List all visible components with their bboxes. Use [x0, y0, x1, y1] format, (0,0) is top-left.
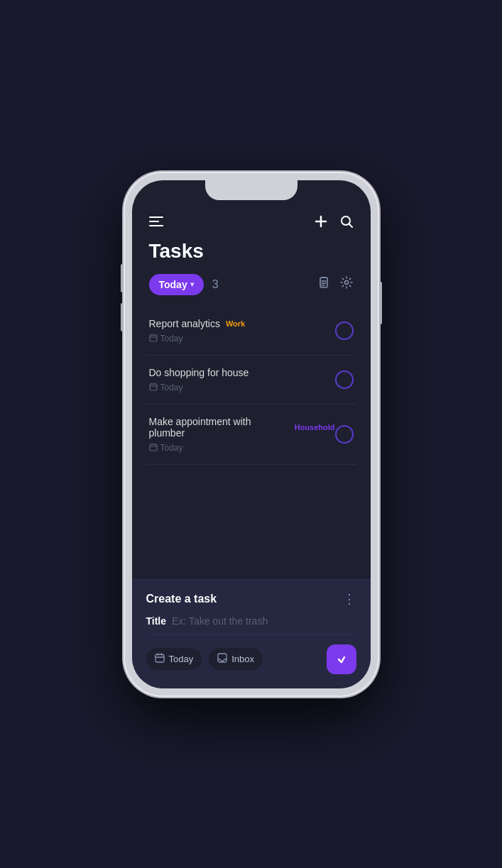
svg-rect-13	[150, 384, 157, 390]
task-date-row: Today	[149, 443, 335, 453]
settings-icon[interactable]	[339, 275, 354, 293]
today-filter-button[interactable]: Today ▾	[149, 274, 204, 295]
svg-rect-4	[320, 278, 327, 287]
phone-screen: Tasks Today ▾ 3	[132, 180, 371, 688]
calendar-icon	[149, 443, 158, 453]
task-complete-button[interactable]	[335, 425, 354, 444]
task-date: Today	[160, 334, 183, 344]
svg-line-3	[349, 224, 352, 227]
svg-rect-21	[155, 654, 164, 662]
task-count: 3	[212, 278, 219, 291]
task-complete-button[interactable]	[335, 370, 354, 389]
task-info: Report analytics Work	[149, 318, 335, 344]
filter-left: Today ▾ 3	[149, 274, 219, 295]
power-button	[379, 282, 382, 324]
inbox-chip-icon	[217, 653, 227, 665]
task-date: Today	[160, 383, 183, 392]
add-button[interactable]	[314, 214, 328, 229]
task-tag: Work	[226, 319, 245, 329]
task-complete-button[interactable]	[335, 322, 354, 340]
svg-rect-9	[150, 335, 157, 341]
search-button[interactable]	[339, 214, 354, 229]
task-title: Make appointment with plumber	[149, 416, 289, 439]
create-panel-title: Create a task	[146, 593, 217, 605]
title-label: Title	[146, 615, 167, 627]
create-panel-header: Create a task ⋮	[146, 591, 356, 607]
task-title: Do shopping for house	[149, 367, 249, 378]
clipboard-icon[interactable]	[317, 275, 331, 293]
app-container: Tasks Today ▾ 3	[132, 180, 371, 688]
filter-right	[317, 275, 354, 293]
page-title: Tasks	[132, 234, 371, 274]
create-title-row: Title Ex: Take out the trash	[146, 615, 356, 634]
table-row: Report analytics Work	[146, 307, 356, 356]
header-right	[314, 214, 354, 229]
task-info: Do shopping for house	[149, 367, 335, 392]
today-label: Today	[159, 279, 187, 290]
task-title-row: Do shopping for house	[149, 367, 335, 378]
calendar-chip-icon	[155, 653, 165, 665]
notch	[205, 180, 298, 200]
task-title-row: Make appointment with plumber Household	[149, 416, 335, 439]
task-date-row: Today	[149, 334, 335, 344]
calendar-icon	[149, 383, 158, 392]
more-options-icon[interactable]: ⋮	[343, 591, 356, 607]
inbox-chip[interactable]: Inbox	[209, 648, 263, 670]
filter-bar: Today ▾ 3	[132, 274, 371, 307]
title-placeholder[interactable]: Ex: Take out the trash	[172, 615, 268, 627]
phone-wrapper: Tasks Today ▾ 3	[124, 172, 379, 697]
chevron-down-icon: ▾	[190, 280, 194, 288]
date-chip[interactable]: Today	[146, 648, 202, 670]
inbox-chip-label: Inbox	[231, 654, 254, 664]
task-date-row: Today	[149, 383, 335, 392]
tasks-list: Report analytics Work	[132, 307, 371, 579]
svg-rect-17	[150, 444, 157, 451]
create-panel: Create a task ⋮ Title Ex: Take out the t…	[132, 579, 371, 688]
task-tag: Household	[295, 422, 335, 432]
vol-up-button	[121, 264, 124, 292]
menu-icon[interactable]	[149, 216, 163, 226]
header-left	[149, 216, 163, 226]
task-info: Make appointment with plumber Household	[149, 416, 335, 453]
table-row: Make appointment with plumber Household	[146, 405, 356, 465]
submit-task-button[interactable]	[327, 644, 356, 674]
create-bottom-left: Today Inbox	[146, 648, 263, 670]
vol-down-button	[121, 303, 124, 331]
date-chip-label: Today	[169, 654, 194, 664]
calendar-icon	[149, 334, 158, 344]
task-title: Report analytics	[149, 318, 220, 329]
table-row: Do shopping for house	[146, 356, 356, 405]
task-title-row: Report analytics Work	[149, 318, 335, 329]
task-date: Today	[160, 443, 183, 453]
create-bottom: Today Inbox	[146, 644, 356, 674]
svg-point-8	[344, 281, 348, 285]
